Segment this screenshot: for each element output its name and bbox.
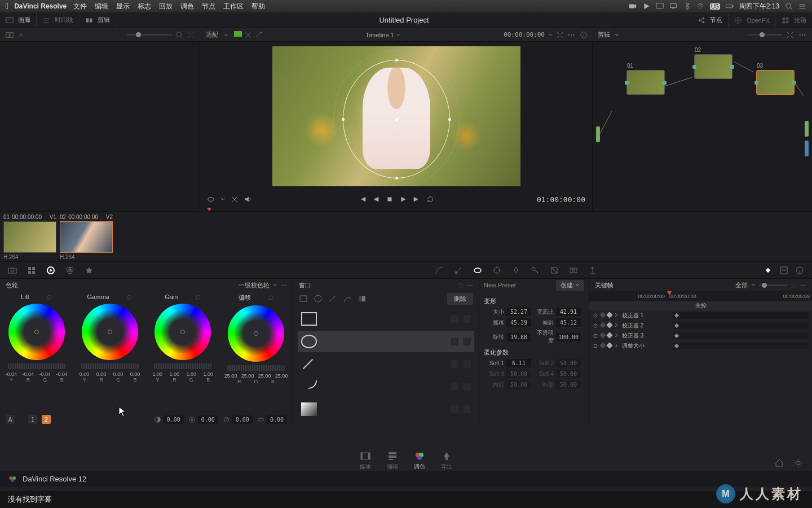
viewer-tc-out[interactable]: 01:00:00:00 <box>537 195 585 204</box>
page-deliver[interactable]: 导出 <box>441 450 452 471</box>
clip-thumb-1[interactable]: 0100:00:00:00V1 H.264 <box>3 214 56 259</box>
menu-file[interactable]: 文件 <box>73 2 87 11</box>
chevron-right-icon[interactable] <box>614 323 619 327</box>
expand-icon[interactable] <box>791 282 797 288</box>
camera-icon[interactable] <box>629 2 637 10</box>
node-01[interactable]: 01 <box>626 70 665 95</box>
mask-icon[interactable] <box>451 360 458 368</box>
stills-view-icon[interactable] <box>6 31 14 39</box>
invert-icon[interactable] <box>463 360 471 368</box>
toolbar-lightbox-toggle[interactable]: 光箱 <box>776 12 812 28</box>
keyframe-toggle[interactable] <box>599 332 606 338</box>
adj-val-3[interactable]: 0.00 <box>232 415 253 424</box>
wheel-value[interactable]: 0.00 <box>93 371 110 377</box>
expand-icon[interactable] <box>786 31 794 39</box>
shape-item-curve[interactable] <box>298 376 474 397</box>
mask-icon[interactable] <box>451 315 458 323</box>
invert-icon[interactable] <box>463 405 471 413</box>
master-jog[interactable] <box>227 365 285 371</box>
menu-workspace[interactable]: 工作区 <box>223 2 244 11</box>
keyframe-lane[interactable] <box>673 312 809 319</box>
menu-nodes[interactable]: 节点 <box>202 2 215 11</box>
keyframe-icon[interactable] <box>764 266 773 275</box>
wheels-options-icon[interactable] <box>281 282 287 288</box>
shape-item-circle[interactable] <box>298 331 474 352</box>
color-wheels-icon[interactable] <box>46 266 55 275</box>
param-value[interactable]: 50.00 <box>506 380 531 389</box>
adj-val-4[interactable]: 0.00 <box>267 415 287 424</box>
menu-color[interactable]: 调色 <box>180 2 194 11</box>
create-preset-button[interactable]: 创建 <box>556 280 584 291</box>
gallery-zoom-slider[interactable] <box>127 34 172 36</box>
wheel-value[interactable]: 1.00 <box>200 371 217 377</box>
search-icon[interactable] <box>785 2 793 10</box>
reset-icon[interactable] <box>126 294 133 300</box>
mask-icon[interactable] <box>451 338 458 345</box>
reset-icon[interactable] <box>46 294 52 300</box>
wheel-value[interactable]: 1.00 <box>149 371 166 377</box>
menu-edit[interactable]: 编辑 <box>95 2 108 11</box>
app-name[interactable]: DaVinci Resolve <box>14 2 67 10</box>
invert-icon[interactable] <box>463 338 471 345</box>
master-jog[interactable] <box>154 364 211 369</box>
page-1-button[interactable]: 1 <box>28 415 37 424</box>
add-rect-icon[interactable] <box>299 294 308 303</box>
adj-val-1[interactable]: 0.00 <box>164 415 184 424</box>
color-wheel[interactable] <box>82 304 138 360</box>
toolbar-openfx-toggle[interactable]: OpenFX <box>729 12 776 28</box>
stereo-icon[interactable] <box>569 266 578 275</box>
invert-icon[interactable] <box>463 383 471 391</box>
window-icon[interactable] <box>473 266 482 275</box>
param-value[interactable]: 42.91 <box>556 308 581 316</box>
keyframe-lane[interactable] <box>673 343 809 349</box>
page-media[interactable]: 媒体 <box>360 450 371 471</box>
param-value[interactable]: 6.11 <box>506 359 531 367</box>
page-edit[interactable]: 编辑 <box>387 450 398 471</box>
keyframe-lane[interactable] <box>673 332 809 339</box>
expand-viewer-icon[interactable] <box>556 31 564 39</box>
menu-view[interactable]: 显示 <box>116 2 130 11</box>
power-window-overlay[interactable] <box>343 60 450 178</box>
toolbar-clips-toggle[interactable]: 剪辑 <box>80 12 116 28</box>
param-value[interactable]: 50.00 <box>556 380 581 389</box>
wheels-mode-dropdown[interactable]: 一级校色轮 <box>239 281 270 290</box>
chevron-right-icon[interactable] <box>614 343 619 348</box>
toolbar-timeline-toggle[interactable]: 时间线 <box>37 12 80 28</box>
param-value[interactable]: 50.00 <box>556 370 581 378</box>
wheel-value[interactable]: 1.00 <box>183 371 200 377</box>
keyframe-toggle[interactable] <box>599 342 606 348</box>
reset-icon[interactable] <box>457 282 464 288</box>
motion-effects-icon[interactable] <box>85 266 94 275</box>
wheel-value[interactable]: 0.00 <box>110 371 127 377</box>
wheel-偏移[interactable]: 偏移 25.0025.0025.0025.00 RGB <box>219 291 293 412</box>
param-value[interactable]: 50.00 <box>556 359 581 367</box>
auto-balance-button[interactable]: A <box>6 415 15 424</box>
shape-item-gradient[interactable] <box>298 398 474 420</box>
keyframe-track[interactable]: 校正器 2 <box>589 321 812 331</box>
wheel-value[interactable]: 25.00 <box>239 373 256 379</box>
keyframe-options-icon[interactable] <box>800 282 806 288</box>
keyframe-zoom-slider[interactable] <box>759 284 787 286</box>
keyframe-mode-dropdown[interactable]: 全部 <box>735 281 748 290</box>
play-icon[interactable] <box>399 195 407 203</box>
wheel-lift[interactable]: Lift -0.04-0.04-0.04-0.04 YRGB <box>0 291 73 412</box>
key-icon[interactable] <box>531 266 540 275</box>
apple-menu-icon[interactable]:  <box>6 2 8 11</box>
rgb-mixer-icon[interactable] <box>65 266 74 275</box>
keyframe-track[interactable]: 校正器 1 <box>589 310 812 321</box>
viewer-timecode[interactable]: 00:00:00:00 <box>504 31 545 38</box>
keyframe-toggle[interactable] <box>599 312 606 318</box>
screen-icon[interactable] <box>656 2 664 10</box>
shape-item-line[interactable] <box>298 353 474 375</box>
stop-icon[interactable] <box>386 195 394 203</box>
qualifier-icon[interactable] <box>454 266 463 275</box>
bypass-icon[interactable] <box>580 31 588 39</box>
menu-playback[interactable]: 回放 <box>159 2 173 11</box>
home-icon[interactable] <box>775 458 784 467</box>
lock-icon[interactable] <box>593 313 598 318</box>
tracking-icon[interactable] <box>492 266 501 275</box>
viewer-stage[interactable] <box>200 42 592 191</box>
color-wheel[interactable] <box>155 304 211 360</box>
play-icon[interactable] <box>642 2 650 10</box>
keyframe-ruler[interactable]: 00:00:00:00 00:00:00:00 00:00:09:09 <box>589 291 812 301</box>
